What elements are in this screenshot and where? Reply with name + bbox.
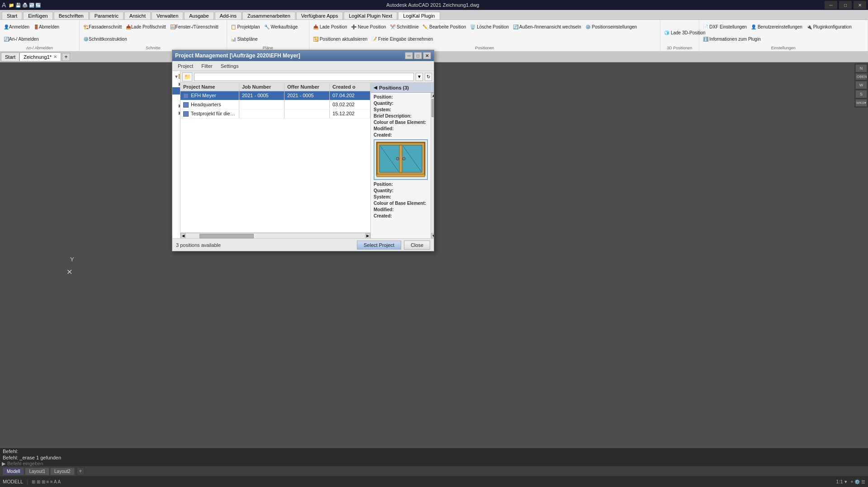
fassadenschnitt-button[interactable]: 🏗️ Fassadenschnitt	[81, 21, 123, 33]
proj-job-headquarters	[239, 100, 285, 109]
project-tree-pane[interactable]: ▼ <Root Directory> ▶ Angebote 2021 ▼ Auf…	[172, 71, 180, 238]
folder-up-button[interactable]: 📁	[182, 72, 192, 81]
an-abmelden-button[interactable]: 🔄 An-/ Abmelden	[2, 33, 41, 45]
hscroll-right-button[interactable]: ▶	[365, 233, 370, 239]
tab-zeichnung1[interactable]: Zeichnung1* ✕	[19, 52, 61, 61]
details-header[interactable]: ◀ Positions (3)	[371, 83, 434, 93]
details-field-system1: System:	[374, 107, 428, 112]
plugin-info-button[interactable]: ℹ️ Informationen zum Plugin	[701, 33, 763, 45]
tree-item-auftrage2021-sub[interactable]: ▶ Aufträge 2021	[172, 95, 180, 102]
new-layout-button[interactable]: +	[76, 467, 85, 475]
projektplan-button[interactable]: 📋 Projektplan	[229, 21, 262, 33]
details-collapse-icon[interactable]: ◀	[374, 85, 377, 90]
view-btn-oben[interactable]: OBEN	[855, 73, 867, 80]
ribbon-tab-ansicht[interactable]: Ansicht	[124, 12, 151, 19]
layout1-tab[interactable]: Layout1	[25, 468, 49, 475]
ribbon-tab-start[interactable]: Start	[2, 12, 22, 19]
schnittkonstruktion-button[interactable]: ⚙️ Schnittkonstruktion	[81, 33, 129, 45]
neue-position-button[interactable]: ➕ Neue Position	[349, 21, 388, 33]
modal-window-controls[interactable]: ─ □ ✕	[405, 52, 431, 59]
project-list-and-details: Project Name Job Number Offer Number Cre…	[180, 83, 434, 238]
abmelden-button[interactable]: 🚪 Abmelden	[32, 21, 61, 33]
details-scroll-up[interactable]: ▲	[431, 93, 434, 98]
ribbon-tab-zusammenarbeiten[interactable]: Zusammenarbeiten	[242, 12, 295, 19]
window-controls[interactable]: ─ □ ✕	[825, 1, 866, 9]
view-btn-n[interactable]: N	[855, 64, 867, 72]
plugin-config-button[interactable]: 🔌 Pluginkonfiguration	[805, 21, 854, 33]
tree-item-angebote[interactable]: ▶ Angebote 2021	[172, 80, 180, 87]
dxf-button[interactable]: 📄 DXF Einstellungen	[701, 21, 749, 33]
command-input-row[interactable]: ▶	[2, 461, 866, 467]
tab-close-icon[interactable]: ✕	[53, 54, 57, 59]
details-scroll-track[interactable]	[431, 98, 434, 233]
aussen-innen-button[interactable]: 🔄 Außen-/Innenansicht wechseln	[511, 21, 583, 33]
new-tab-button[interactable]: +	[62, 53, 70, 61]
lade-position-button[interactable]: 📥 Lade Position	[311, 21, 349, 33]
menu-settings[interactable]: Settings	[217, 62, 242, 70]
project-row-testprojekt[interactable]: Testprojekt für die Ba... 15.12.202	[180, 109, 370, 118]
hscroll-left-button[interactable]: ◀	[180, 233, 186, 239]
tree-item-auftrage2020[interactable]: ▼ Aufträge 2020	[172, 87, 180, 95]
modal-minimize-button[interactable]: ─	[405, 52, 413, 59]
project-search-input[interactable]	[194, 73, 414, 81]
bearbeite-position-button[interactable]: ✏️ Bearbeite Position	[421, 21, 468, 33]
ribbon-tab-parametric[interactable]: Parametric	[90, 12, 123, 19]
tab-start[interactable]: Start	[1, 52, 19, 61]
project-list-hscrollbar[interactable]: ◀ ▶	[180, 233, 370, 238]
hscroll-track[interactable]	[186, 233, 365, 238]
menu-project[interactable]: Project	[174, 62, 197, 70]
col-header-created[interactable]: Created o	[330, 83, 370, 91]
view-btn-wks[interactable]: WKS▾	[855, 99, 867, 107]
col-header-job[interactable]: Job Number	[239, 83, 285, 91]
werkauftragebutton[interactable]: 🔧 Werkaufträge	[262, 21, 300, 33]
select-project-button[interactable]: Select Project	[357, 241, 401, 250]
view-btn-w[interactable]: W	[855, 81, 867, 89]
ribbon-tab-logikal-next[interactable]: LogiKal Plugin Next	[344, 12, 397, 19]
project-list[interactable]: Project Name Job Number Offer Number Cre…	[180, 83, 370, 233]
details-scroll-area: Position: Quantity: System: Brief Descri…	[371, 93, 434, 238]
refresh-button[interactable]: ↻	[425, 73, 432, 81]
menu-filter[interactable]: Filter	[198, 62, 216, 70]
search-dropdown-button[interactable]: ▼	[416, 73, 423, 81]
ribbon-tab-addins[interactable]: Add-ins	[215, 12, 242, 19]
tree-item-recycle[interactable]: ▶ Recycle Bin	[172, 109, 180, 116]
window-preview-svg	[376, 142, 426, 178]
positionseinstellungen-button[interactable]: ⚙️ Positionseinstellungen	[583, 21, 639, 33]
restore-button[interactable]: □	[839, 1, 852, 9]
hscroll-thumb[interactable]	[199, 234, 254, 238]
close-button[interactable]: ✕	[854, 1, 866, 9]
ribbon-tab-verfugbare[interactable]: Verfügbare Apps	[296, 12, 343, 19]
details-scroll-down[interactable]: ▼	[431, 233, 434, 238]
details-vscrollbar[interactable]: ▲ ▼	[431, 93, 434, 238]
col-header-offer[interactable]: Offer Number	[285, 83, 330, 91]
benutzer-button[interactable]: 👤 Benutzereinstellungen	[749, 21, 804, 33]
layout2-tab[interactable]: Layout2	[50, 468, 75, 475]
ribbon-tab-ausgabe[interactable]: Ausgabe	[184, 12, 213, 19]
ribbon-tab-beschriften[interactable]: Beschriften	[54, 12, 89, 19]
details-scroll-thumb[interactable]	[432, 99, 434, 117]
ribbon-tab-logikal[interactable]: LogiKal Plugin	[398, 12, 440, 19]
schnittlinie-button[interactable]: ✂️ Schnittlinie	[388, 21, 420, 33]
modal-restore-button[interactable]: □	[414, 52, 422, 59]
tree-item-root[interactable]: ▼ <Root Directory>	[172, 73, 180, 80]
command-input[interactable]	[7, 461, 866, 466]
project-row-headquarters[interactable]: Headquarters 03.02.202	[180, 100, 370, 109]
minimize-button[interactable]: ─	[825, 1, 837, 9]
col-header-name[interactable]: Project Name	[180, 83, 239, 91]
positionen-aktualisieren-button[interactable]: 🔁 Positionen aktualisieren	[311, 33, 369, 45]
close-dialog-button[interactable]: Close	[404, 241, 430, 250]
ribbon-tab-einfugen[interactable]: Einfügen	[23, 12, 52, 19]
ribbon-tab-verwalten[interactable]: Verwalten	[152, 12, 183, 19]
modal-close-button[interactable]: ✕	[423, 52, 431, 59]
losche-position-button[interactable]: 🗑️ Lösche Position	[468, 21, 510, 33]
project-management-dialog[interactable]: Project Management [\Aufträge 2020\EFH M…	[172, 50, 434, 251]
anmelden-button[interactable]: 👤 Anmelden	[2, 21, 31, 33]
freie-eingabe-button[interactable]: 📝 Freie Eingabe übernehmen	[370, 33, 435, 45]
lade-profilschnitt-button[interactable]: 📥 Lade Profilschnitt	[124, 21, 168, 33]
tree-item-auftrage2021[interactable]: ▶ Aufträge 2021	[172, 102, 180, 109]
project-row-efhmeyer[interactable]: EFH Meyer 2021 - 0005 2021 - 0005 07.04.…	[180, 91, 370, 100]
fenster-turenschnitt-button[interactable]: 🪟 Fenster-/Türenschnitt	[168, 21, 220, 33]
stabplane-button[interactable]: 📊 Stabpläne	[229, 33, 260, 45]
modell-tab[interactable]: Modell	[3, 468, 24, 475]
view-btn-s[interactable]: S	[855, 90, 867, 98]
